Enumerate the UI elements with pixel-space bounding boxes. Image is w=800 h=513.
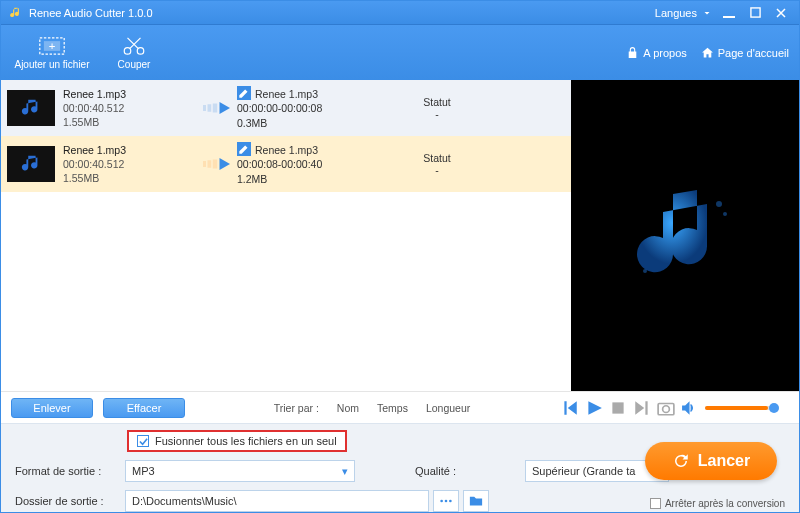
sort-by-time[interactable]: Temps — [377, 402, 408, 414]
svg-rect-9 — [213, 104, 218, 113]
status-col: Statut - — [387, 96, 487, 120]
file-thumbnail — [7, 146, 55, 182]
merge-checkbox-highlighted[interactable]: Fusionner tous les fichiers en un seul — [127, 430, 347, 452]
player-controls — [561, 399, 789, 417]
volume-icon — [681, 401, 695, 415]
language-dropdown[interactable]: Langues — [655, 7, 713, 19]
svg-point-20 — [445, 500, 448, 503]
svg-point-21 — [449, 500, 452, 503]
list-actions-bar: Enlever Effacer Trier par : Nom Temps Lo… — [1, 391, 799, 423]
checkbox-empty-icon — [650, 498, 661, 509]
output-info: Renee 1.mp3 00:00:08-00:00:40 1.2MB — [237, 142, 387, 186]
svg-rect-0 — [723, 16, 735, 18]
format-select[interactable]: MP3 ▾ — [125, 460, 355, 482]
format-label: Format de sortie : — [15, 465, 125, 477]
svg-rect-16 — [612, 402, 623, 413]
close-button[interactable] — [771, 5, 791, 21]
list-item[interactable]: Renee 1.mp3 00:00:40.512 1.55MB Renee 1.… — [1, 80, 571, 136]
music-note-icon — [625, 176, 745, 296]
svg-rect-10 — [203, 161, 206, 167]
list-item[interactable]: Renee 1.mp3 00:00:40.512 1.55MB Renee 1.… — [1, 136, 571, 192]
svg-point-19 — [440, 500, 443, 503]
svg-rect-12 — [213, 160, 218, 169]
sort-controls: Trier par : Nom Temps Longueur — [274, 402, 471, 414]
browse-folder-button[interactable] — [433, 490, 459, 512]
file-list: Renee 1.mp3 00:00:40.512 1.55MB Renee 1.… — [1, 80, 571, 391]
edit-icon[interactable] — [237, 142, 251, 156]
stop-button[interactable] — [609, 399, 627, 417]
titlebar: Renee Audio Cutter 1.0.0 Langues — [1, 1, 799, 25]
scissors-icon — [121, 35, 147, 57]
folder-label: Dossier de sortie : — [15, 495, 125, 507]
app-title: Renee Audio Cutter 1.0.0 — [29, 7, 153, 19]
status-col: Statut - — [387, 152, 487, 176]
add-file-button[interactable]: + Ajouter un fichier — [11, 28, 93, 78]
svg-point-15 — [643, 269, 647, 273]
output-info: Renee 1.mp3 00:00:00-00:00:08 0.3MB — [237, 86, 387, 130]
main-area: Renee 1.mp3 00:00:40.512 1.55MB Renee 1.… — [1, 80, 799, 391]
app-logo-icon — [9, 6, 23, 20]
preview-pane — [571, 80, 799, 391]
source-info: Renee 1.mp3 00:00:40.512 1.55MB — [63, 87, 199, 130]
output-settings: Fusionner tous les fichiers en un seul F… — [1, 423, 799, 513]
svg-text:+: + — [49, 40, 56, 52]
svg-rect-7 — [203, 105, 206, 111]
svg-point-5 — [124, 48, 131, 55]
chevron-down-icon: ▾ — [342, 465, 348, 478]
about-link[interactable]: A propos — [626, 46, 686, 59]
checkbox-icon — [137, 435, 149, 447]
next-button[interactable] — [633, 399, 651, 417]
stop-after-checkbox[interactable]: Arrêter après la conversion — [650, 498, 785, 509]
edit-icon[interactable] — [237, 86, 251, 100]
sort-by-length[interactable]: Longueur — [426, 402, 470, 414]
sort-by-name[interactable]: Nom — [337, 402, 359, 414]
arrow-icon — [199, 98, 237, 118]
lock-icon — [626, 46, 639, 59]
clear-button[interactable]: Effacer — [103, 398, 185, 418]
remove-button[interactable]: Enlever — [11, 398, 93, 418]
refresh-icon — [672, 452, 690, 470]
open-folder-button[interactable] — [463, 490, 489, 512]
file-thumbnail — [7, 90, 55, 126]
home-icon — [701, 46, 714, 59]
svg-point-6 — [137, 48, 144, 55]
maximize-button[interactable] — [745, 5, 765, 21]
chevron-down-icon — [701, 7, 713, 19]
svg-point-18 — [663, 405, 670, 412]
svg-rect-11 — [208, 160, 212, 168]
svg-rect-8 — [208, 104, 212, 112]
homepage-link[interactable]: Page d'accueil — [701, 46, 789, 59]
quality-label: Qualité : — [415, 465, 525, 477]
dots-icon — [439, 494, 453, 508]
launch-button[interactable]: Lancer — [645, 442, 777, 480]
svg-point-13 — [716, 201, 722, 207]
arrow-icon — [199, 154, 237, 174]
play-button[interactable] — [585, 399, 603, 417]
folder-input[interactable]: D:\Documents\Music\ — [125, 490, 429, 512]
filmstrip-add-icon: + — [39, 35, 65, 57]
source-info: Renee 1.mp3 00:00:40.512 1.55MB — [63, 143, 199, 186]
svg-point-14 — [723, 212, 727, 216]
cut-button[interactable]: Couper — [93, 28, 175, 78]
prev-button[interactable] — [561, 399, 579, 417]
snapshot-button[interactable] — [657, 399, 675, 417]
svg-rect-1 — [750, 8, 759, 17]
volume-slider[interactable] — [705, 406, 779, 410]
toolbar: + Ajouter un fichier Couper A propos Pag… — [1, 25, 799, 80]
folder-icon — [469, 494, 483, 508]
minimize-button[interactable] — [719, 5, 739, 21]
